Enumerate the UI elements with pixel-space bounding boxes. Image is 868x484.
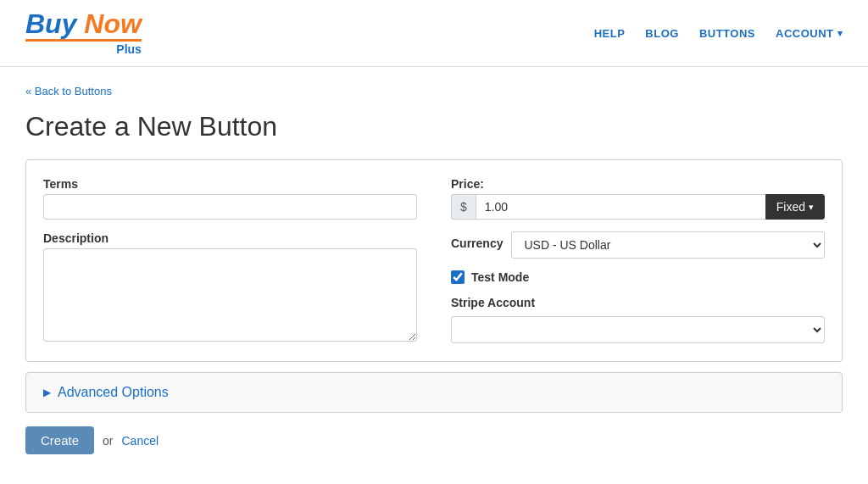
form-card: Terms Description Price: $ Fixed (25, 159, 843, 362)
back-to-buttons-link[interactable]: « Back to Buttons (25, 85, 112, 97)
form-left: Terms Description (43, 177, 417, 344)
logo[interactable]: Buy Now Plus (25, 10, 142, 56)
currency-select[interactable]: USD - US Dollar EUR - Euro GBP - British… (511, 231, 825, 259)
price-field: Price: $ Fixed (451, 177, 825, 220)
nav-blog[interactable]: BLOG (645, 27, 679, 40)
nav-buttons[interactable]: BUTTONS (699, 27, 755, 40)
test-mode-field: Test Mode (451, 270, 825, 284)
advanced-options-label: Advanced Options (58, 385, 169, 400)
stripe-account-select[interactable] (451, 316, 825, 343)
logo-underline (25, 39, 142, 42)
dollar-sign: $ (451, 194, 476, 220)
terms-input[interactable] (43, 194, 417, 220)
currency-label: Currency (451, 236, 503, 250)
header: Buy Now Plus HELP BLOG BUTTONS ACCOUNT (0, 0, 868, 67)
main-content: « Back to Buttons Create a New Button Te… (0, 67, 868, 484)
description-textarea[interactable] (43, 248, 417, 342)
price-label: Price: (451, 177, 825, 191)
currency-field: Currency USD - US Dollar EUR - Euro GBP … (451, 231, 825, 259)
description-label: Description (43, 231, 417, 245)
create-button[interactable]: Create (25, 426, 94, 454)
test-mode-checkbox[interactable] (451, 270, 465, 284)
page-title: Create a New Button (25, 111, 843, 142)
stripe-account-label: Stripe Account (451, 296, 825, 309)
test-mode-label[interactable]: Test Mode (471, 270, 529, 284)
price-input-group: $ Fixed (451, 194, 825, 220)
main-nav: HELP BLOG BUTTONS ACCOUNT (594, 27, 843, 40)
form-grid: Terms Description Price: $ Fixed (43, 177, 825, 344)
advanced-options-section[interactable]: ▶ Advanced Options (25, 372, 843, 413)
logo-plus: Plus (116, 42, 142, 56)
or-text: or (103, 434, 113, 448)
stripe-account-field: Stripe Account (451, 296, 825, 343)
terms-label: Terms (43, 177, 417, 191)
form-right: Price: $ Fixed Currency USD - US Dollar … (451, 177, 825, 344)
logo-text: Buy Now (25, 10, 142, 37)
advanced-options-triangle-icon: ▶ (43, 387, 51, 398)
nav-help[interactable]: HELP (594, 27, 626, 40)
description-field: Description (43, 231, 417, 344)
cancel-link[interactable]: Cancel (121, 434, 159, 448)
nav-account[interactable]: ACCOUNT (776, 27, 843, 40)
terms-field: Terms (43, 177, 417, 220)
fixed-dropdown-button[interactable]: Fixed (765, 194, 825, 220)
price-input[interactable] (476, 194, 765, 220)
form-actions: Create or Cancel (25, 426, 843, 463)
